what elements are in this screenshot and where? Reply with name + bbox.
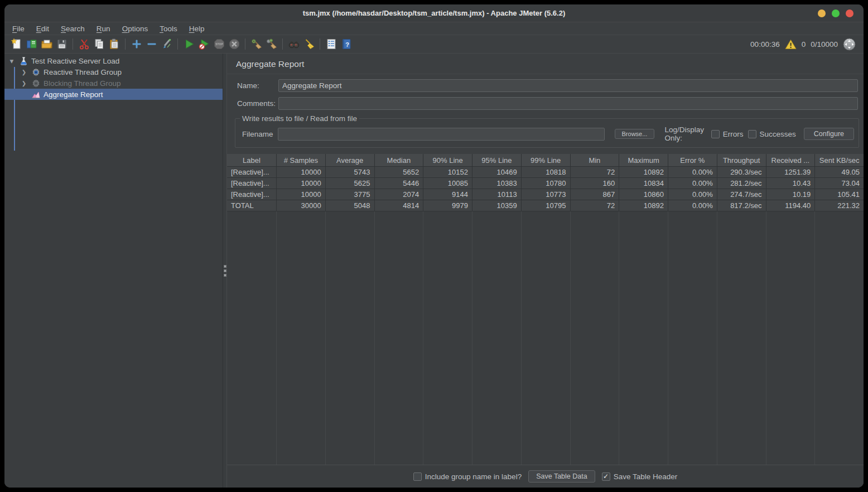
table-cell: 10.43: [766, 178, 815, 189]
shutdown-icon[interactable]: [226, 37, 242, 51]
browse-button[interactable]: Browse...: [615, 129, 655, 139]
table-cell: 0.00%: [668, 178, 717, 189]
name-input[interactable]: [278, 79, 858, 92]
title-bar[interactable]: tsm.jmx (/home/hasdar/Desktop/tsm_articl…: [4, 4, 864, 22]
tree-item-aggregate-report[interactable]: Aggregate Report: [4, 89, 223, 100]
configure-button[interactable]: Configure: [804, 128, 854, 140]
column-header-label[interactable]: Label: [227, 154, 276, 167]
start-no-timers-icon[interactable]: [196, 37, 211, 51]
copy-icon[interactable]: [91, 37, 107, 51]
table-cell: 0.00%: [668, 200, 717, 211]
filename-input[interactable]: [278, 128, 605, 141]
add-icon[interactable]: [129, 37, 144, 51]
paste-icon[interactable]: [107, 37, 122, 51]
table-cell: 5652: [374, 167, 423, 178]
table-cell: 0.00%: [668, 189, 717, 200]
chevron-right-icon[interactable]: ❯: [20, 69, 28, 75]
comments-row: Comments:: [237, 97, 858, 110]
table-cell: 10860: [619, 189, 668, 200]
tree-item-blocking-thread-group[interactable]: ❯Blocking Thread Group: [4, 78, 223, 89]
successes-checkbox[interactable]: [748, 130, 756, 138]
table-row[interactable]: [Reactive]...100005743565210152104691081…: [227, 167, 864, 178]
new-file-icon[interactable]: [9, 37, 24, 51]
table-row[interactable]: [Reactive]...100003775207491441011310773…: [227, 189, 864, 200]
save-table-data-button[interactable]: Save Table Data: [528, 470, 595, 483]
toolbar-separator: [282, 38, 283, 50]
chevron-down-icon[interactable]: ▾: [8, 56, 16, 65]
column-header-received-[interactable]: Received ...: [766, 154, 815, 167]
remote-start-icon[interactable]: [843, 38, 856, 51]
remove-icon[interactable]: [144, 37, 159, 51]
table-row[interactable]: [Reactive]...100005625544610085103831078…: [227, 178, 864, 189]
elapsed-time: 00:00:36: [750, 40, 780, 49]
open-folder-icon[interactable]: [39, 37, 54, 51]
tree-item-test-reactive-server-load[interactable]: ▾Test Reactive Server Load: [4, 55, 223, 66]
column-header-median[interactable]: Median: [374, 154, 423, 167]
table-cell: 10.19: [766, 189, 815, 200]
tree-item-reactive-thread-group[interactable]: ❯Reactive Thread Group: [4, 66, 223, 78]
table-cell: 4814: [374, 200, 423, 211]
toolbar-separator: [125, 38, 126, 50]
stop-icon[interactable]: STOP: [211, 37, 226, 51]
clear-icon[interactable]: [249, 37, 264, 51]
start-icon[interactable]: [181, 37, 196, 51]
menu-edit[interactable]: Edit: [36, 25, 49, 33]
minimize-button[interactable]: [818, 9, 826, 17]
table-cell: 10795: [521, 200, 570, 211]
column-header-90-line[interactable]: 90% Line: [423, 154, 472, 167]
column-header-min[interactable]: Min: [570, 154, 619, 167]
menu-options[interactable]: Options: [122, 25, 148, 33]
cut-icon[interactable]: [76, 37, 91, 51]
filename-row: Filename Browse... Log/Display Only: Err…: [240, 126, 854, 142]
column-header-average[interactable]: Average: [325, 154, 374, 167]
toolbar: STOP? 00:00:36 0 0/10000: [4, 35, 864, 54]
templates-icon[interactable]: [24, 37, 39, 51]
table-cell: 10113: [472, 189, 521, 200]
table-cell: 867: [570, 189, 619, 200]
column-header-maximum[interactable]: Maximum: [619, 154, 668, 167]
tree-item-label: Blocking Thread Group: [44, 79, 121, 88]
menu-tools[interactable]: Tools: [160, 25, 177, 33]
tree-splitter[interactable]: [223, 54, 227, 488]
toolbar-separator: [245, 38, 245, 50]
column-header-95-line[interactable]: 95% Line: [472, 154, 521, 167]
comments-input[interactable]: [278, 97, 858, 110]
column-header--samples[interactable]: # Samples: [276, 154, 325, 167]
save-icon[interactable]: [54, 37, 69, 51]
chevron-right-icon[interactable]: ❯: [20, 80, 28, 86]
function-helper-icon[interactable]: [324, 37, 339, 51]
errors-checkbox[interactable]: [711, 130, 720, 138]
table-cell: 10892: [619, 200, 668, 211]
table-cell: 9144: [423, 189, 472, 200]
edit-pen-icon[interactable]: [159, 37, 174, 51]
search-icon[interactable]: [286, 37, 301, 51]
column-header-sent-kb-sec[interactable]: Sent KB/sec: [814, 154, 864, 167]
chart-area-icon: [31, 90, 41, 99]
table-cell: 10000: [276, 178, 325, 189]
save-table-header-checkbox[interactable]: [602, 472, 610, 481]
clear-all-icon[interactable]: [264, 37, 279, 51]
column-header-throughput[interactable]: Throughput: [717, 154, 766, 167]
toolbar-separator: [73, 38, 73, 50]
table-cell: 72: [570, 167, 619, 178]
menu-help[interactable]: Help: [189, 25, 205, 33]
help-icon[interactable]: ?: [339, 37, 354, 51]
column-header-99-line[interactable]: 99% Line: [521, 154, 570, 167]
warning-icon[interactable]: [785, 39, 797, 50]
close-button[interactable]: [846, 9, 853, 17]
tree-item-label: Test Reactive Server Load: [31, 57, 119, 65]
table-empty-cell: [423, 211, 472, 465]
menu-search[interactable]: Search: [61, 25, 85, 33]
menu-run[interactable]: Run: [97, 25, 110, 33]
table-empty-cell: [374, 211, 423, 465]
menu-file[interactable]: File: [12, 25, 25, 33]
maximize-button[interactable]: [832, 9, 840, 17]
include-group-checkbox[interactable]: [413, 472, 422, 481]
warning-count: 0: [802, 40, 806, 49]
table-cell: 10383: [472, 178, 521, 189]
search-reset-icon[interactable]: [301, 37, 316, 51]
table-row[interactable]: TOTAL30000504848149979103591079572108920…: [227, 200, 864, 211]
column-header-error-[interactable]: Error %: [668, 154, 717, 167]
table-cell: 290.3/sec: [717, 167, 766, 178]
successes-checkbox-wrap: Successes: [748, 130, 796, 138]
